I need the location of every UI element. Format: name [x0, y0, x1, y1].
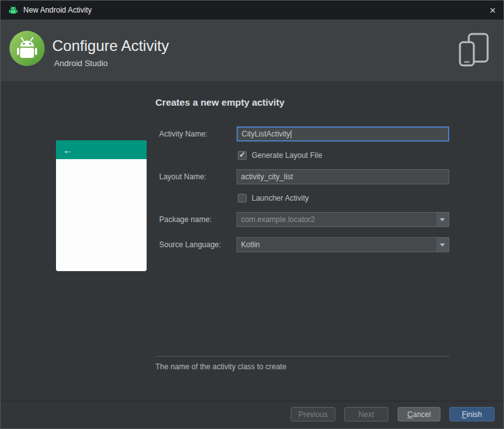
source-language-value: Kotlin [241, 240, 260, 249]
package-name-label: Package name: [159, 215, 211, 224]
source-language-dropdown[interactable]: Kotlin [237, 237, 449, 252]
launcher-activity-label: Launcher Activity [252, 194, 309, 203]
activity-preview: ← [56, 140, 147, 271]
checkbox-unchecked-icon [238, 194, 247, 203]
phone-tablet-devices-icon [458, 32, 490, 70]
previous-button-label: Previous [298, 410, 328, 419]
layout-name-field[interactable]: activity_city_list [237, 169, 449, 184]
text-caret [291, 130, 291, 138]
chevron-down-icon [440, 218, 445, 221]
package-name-dropdown-button[interactable] [435, 213, 449, 226]
launcher-activity-checkbox[interactable]: Launcher Activity [238, 194, 309, 203]
previous-button[interactable]: Previous [291, 407, 335, 421]
finish-button-label: Finish [462, 410, 482, 419]
cancel-button[interactable]: Cancel [398, 407, 440, 421]
back-arrow-icon: ← [63, 145, 72, 155]
wizard-header: Configure Activity Android Studio [1, 20, 503, 81]
android-studio-logo-icon [8, 30, 46, 67]
preview-appbar: ← [56, 140, 147, 159]
next-button[interactable]: Next [344, 407, 388, 421]
activity-name-value: CityListActivity [242, 130, 290, 138]
wizard-subtitle: Android Studio [54, 58, 108, 68]
titlebar: New Android Activity × [1, 1, 503, 20]
wizard-title: Configure Activity [52, 37, 169, 55]
source-language-label: Source Language: [159, 240, 221, 249]
package-name-combobox[interactable]: com.example.locator2 [237, 212, 449, 227]
layout-name-value: activity_city_list [241, 172, 293, 181]
new-android-activity-dialog: New Android Activity × C [0, 0, 504, 429]
footer-separator [1, 401, 503, 401]
checkbox-checked-icon [238, 151, 247, 160]
source-language-dropdown-button[interactable] [435, 238, 449, 252]
package-name-value: com.example.locator2 [241, 215, 315, 224]
layout-name-label: Layout Name: [159, 172, 206, 181]
activity-name-label: Activity Name: [159, 130, 208, 138]
page-title: Creates a new empty activity [155, 97, 284, 108]
generate-layout-label: Generate Layout File [252, 151, 322, 160]
activity-name-field[interactable]: CityListActivity [237, 126, 449, 142]
cancel-button-label: Cancel [407, 410, 430, 419]
finish-button[interactable]: Finish [449, 407, 495, 421]
chevron-down-icon [440, 243, 445, 247]
android-icon [8, 5, 18, 15]
next-button-label: Next [359, 410, 374, 419]
preview-body [56, 159, 147, 271]
help-separator [155, 356, 449, 357]
window-title: New Android Activity [23, 6, 92, 14]
generate-layout-checkbox[interactable]: Generate Layout File [238, 151, 322, 160]
help-text: The name of the activity class to create [155, 362, 286, 371]
close-icon[interactable]: × [490, 5, 496, 16]
